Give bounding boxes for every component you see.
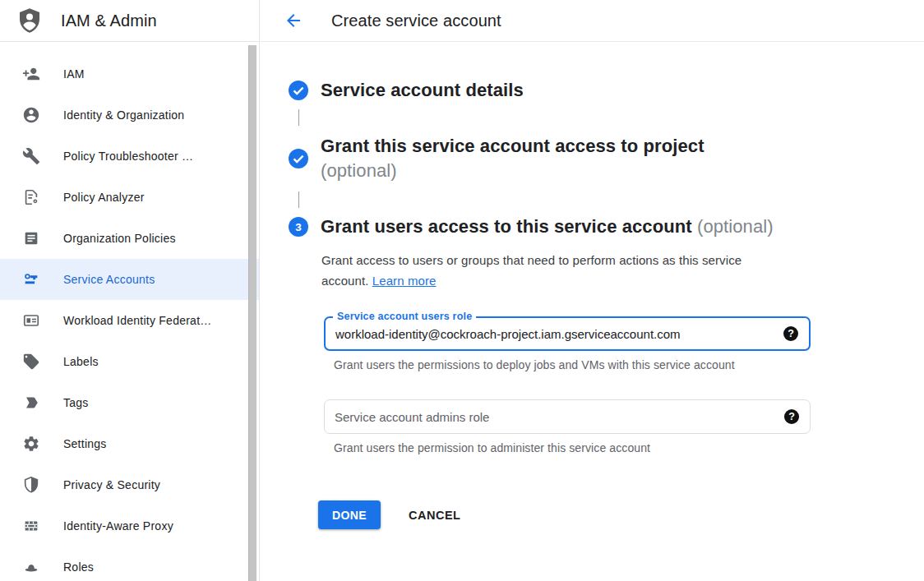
step-3-number-badge: 3 <box>289 217 308 237</box>
sidebar-item-service-accounts[interactable]: Service Accounts <box>0 259 259 300</box>
page-title: Create service account <box>331 12 501 30</box>
iam-admin-shield-icon <box>16 7 43 34</box>
sidebar-item-label: Labels <box>63 355 99 368</box>
sidebar-item-tags[interactable]: Tags <box>0 382 259 423</box>
step-complete-check-icon <box>289 149 308 168</box>
wizard-actions: DONE CANCEL <box>318 500 924 529</box>
step-3-number: 3 <box>289 217 308 237</box>
person-add-icon <box>22 65 40 83</box>
done-button[interactable]: DONE <box>318 500 381 529</box>
sidebar-item-privacy-security[interactable]: Privacy & Security <box>0 464 259 505</box>
sidebar-item-workload-identity-federation[interactable]: Workload Identity Federat… <box>0 300 259 341</box>
hat-icon <box>22 558 40 576</box>
sidebar: IAM & Admin IAM Identity & Organization <box>0 0 260 581</box>
sidebar-item-label: Policy Analyzer <box>63 191 145 204</box>
sidebar-item-label: Settings <box>63 437 107 450</box>
step-2-optional-text: (optional) <box>321 159 705 183</box>
sidebar-item-label: Identity-Aware Proxy <box>63 519 173 533</box>
sidebar-item-label: Service Accounts <box>63 273 155 286</box>
step-3-row: 3 Grant users access to this service acc… <box>289 216 924 237</box>
wizard: Service account details Grant this servi… <box>261 42 924 529</box>
step-1-row: Service account details <box>289 80 924 101</box>
sidebar-item-labels[interactable]: Labels <box>0 341 259 382</box>
sidebar-item-label: Organization Policies <box>63 232 176 245</box>
step-connector <box>298 191 299 208</box>
list-document-icon <box>22 229 40 247</box>
step-3-title: Grant users access to this service accou… <box>321 216 774 237</box>
product-title: IAM & Admin <box>61 12 157 30</box>
service-account-key-icon <box>22 270 40 288</box>
step-3-body: Grant access to users or groups that nee… <box>321 250 924 529</box>
sidebar-item-label: Roles <box>63 560 94 574</box>
sidebar-item-label: Tags <box>63 396 89 409</box>
service-account-admins-role-field: ? <box>324 399 811 434</box>
service-account-users-role-field: Service account users role ? <box>324 316 811 351</box>
step-3-title-text: Grant users access to this service accou… <box>321 216 692 237</box>
sidebar-item-identity-organization[interactable]: Identity & Organization <box>0 95 259 136</box>
sidebar-item-identity-aware-proxy[interactable]: Identity-Aware Proxy <box>0 505 259 546</box>
sidebar-item-iam[interactable]: IAM <box>0 53 259 95</box>
wrench-icon <box>22 147 40 165</box>
proxy-grid-icon <box>22 517 40 535</box>
sidebar-item-organization-policies[interactable]: Organization Policies <box>0 218 259 259</box>
sidebar-item-label: IAM <box>63 67 85 81</box>
step-3-description: Grant access to users or groups that nee… <box>321 250 783 291</box>
step-2-title: Grant this service account access to pro… <box>321 134 705 183</box>
account-circle-icon <box>22 106 40 124</box>
admins-role-input[interactable] <box>325 400 770 433</box>
gear-icon <box>22 435 40 453</box>
admins-role-helper-text: Grant users the permission to administer… <box>334 441 924 454</box>
sidebar-item-roles[interactable]: Roles <box>0 546 259 581</box>
help-icon[interactable]: ? <box>783 326 798 341</box>
step-2-title-text: Grant this service account access to pro… <box>321 134 705 159</box>
gcp-console-window: IAM & Admin IAM Identity & Organization <box>0 0 924 581</box>
badge-card-icon <box>22 311 40 330</box>
step-complete-check-icon <box>289 81 308 100</box>
sidebar-header: IAM & Admin <box>0 0 259 42</box>
sidebar-item-label: Identity & Organization <box>63 108 184 122</box>
main-panel: Create service account Service account d… <box>261 0 924 581</box>
page-header: Create service account <box>261 0 924 42</box>
users-role-helper-text: Grant users the permissions to deploy jo… <box>334 358 924 371</box>
sidebar-scrollbar[interactable] <box>248 45 256 581</box>
label-tag-icon <box>22 353 40 371</box>
sidebar-item-label: Policy Troubleshooter … <box>63 150 193 163</box>
help-icon[interactable]: ? <box>784 409 799 424</box>
document-gear-icon <box>22 188 40 206</box>
half-shield-icon <box>22 476 40 494</box>
sidebar-item-policy-analyzer[interactable]: Policy Analyzer <box>0 177 259 218</box>
back-arrow-icon[interactable] <box>284 11 303 30</box>
sidebar-nav: IAM Identity & Organization Policy Troub… <box>0 43 259 581</box>
sidebar-item-settings[interactable]: Settings <box>0 423 259 464</box>
sidebar-item-label: Privacy & Security <box>63 478 160 491</box>
users-role-input[interactable] <box>326 318 769 349</box>
step-1-title: Service account details <box>321 80 524 101</box>
sidebar-item-policy-troubleshooter[interactable]: Policy Troubleshooter … <box>0 136 259 177</box>
cancel-button[interactable]: CANCEL <box>405 502 464 528</box>
learn-more-link[interactable]: Learn more <box>372 274 437 288</box>
step-3-optional-text: (optional) <box>697 216 774 237</box>
step-2-row: Grant this service account access to pro… <box>289 134 924 183</box>
sidebar-item-label: Workload Identity Federat… <box>63 314 212 327</box>
step-connector <box>298 109 299 126</box>
tag-arrow-icon <box>22 394 40 412</box>
